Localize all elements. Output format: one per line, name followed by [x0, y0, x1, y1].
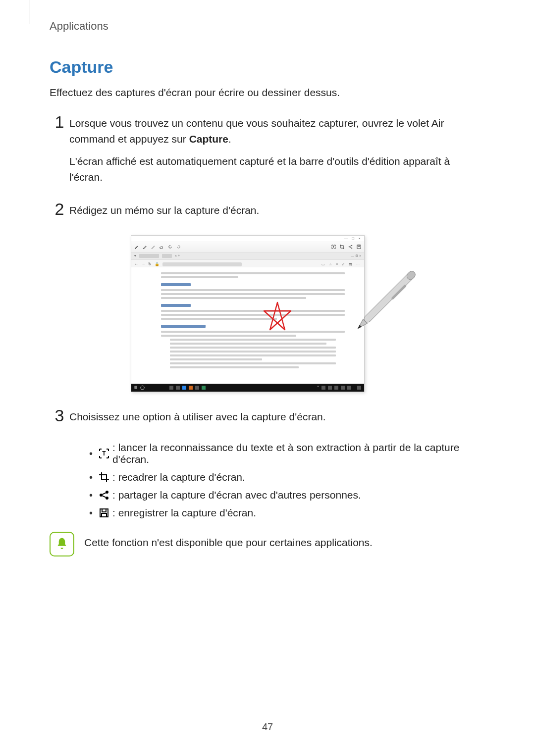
svg-point-14 — [106, 497, 108, 500]
options-list: T : lancer la reconnaissance du texte et… — [69, 442, 485, 519]
highlighter-icon — [151, 245, 156, 249]
step-number: 1 — [50, 113, 69, 130]
step-1: 1 Lorsque vous trouvez un contenu que vo… — [50, 113, 485, 192]
option-save: : enregistrer la capture d'écran. — [89, 507, 485, 519]
taskbar: ⊞ ◯ ˄ — [131, 384, 364, 392]
step-3: 3 Choisissez une option à utiliser avec … — [50, 407, 485, 432]
note-text: Cette fonction n'est disponible que pour… — [84, 532, 373, 549]
text-extract-icon — [331, 245, 336, 249]
save-icon — [357, 245, 361, 249]
start-icon: ⊞ — [134, 385, 138, 390]
cortana-icon: ◯ — [140, 385, 145, 390]
svg-rect-17 — [102, 513, 107, 517]
step1-p1: Lorsque vous trouvez un contenu que vous… — [69, 115, 485, 147]
undo-icon — [168, 245, 172, 249]
svg-point-12 — [106, 491, 108, 494]
step-number: 2 — [50, 201, 69, 217]
illustration: — □ × ▾ — [50, 235, 485, 392]
save-icon — [99, 507, 109, 518]
screenshot-body: — □ × ▾ — [131, 235, 365, 392]
step-number: 3 — [50, 407, 69, 424]
page-number: 47 — [0, 721, 535, 733]
step2-text: Rédigez un mémo sur la capture d'écran. — [69, 202, 259, 218]
crop-icon — [99, 472, 109, 483]
browser-tabbar: ▾ × + — ⚙ × — [131, 252, 364, 260]
svg-text:T: T — [102, 450, 106, 457]
svg-rect-4 — [357, 245, 361, 249]
browser-content — [131, 267, 364, 384]
svg-rect-5 — [358, 245, 360, 247]
option-extract-text: T : lancer la reconnaissance du texte et… — [89, 442, 485, 465]
eraser-icon — [160, 245, 164, 249]
step1-p2: L'écran affiché est automatiquement capt… — [69, 153, 485, 185]
window-titlebar: — □ × — [131, 236, 364, 242]
share-icon — [348, 245, 353, 249]
stylus-pen-icon — [337, 255, 431, 349]
option-share: : partager la capture d'écran avec d'aut… — [89, 489, 485, 501]
step-2: 2 Rédigez un mémo sur la capture d'écran… — [50, 201, 485, 225]
capture-toolbar — [131, 242, 364, 252]
pen-black-icon — [134, 245, 139, 249]
crop-icon — [340, 245, 344, 249]
redo-icon — [176, 245, 181, 249]
share-icon — [99, 490, 109, 501]
breadcrumb: Applications — [50, 20, 485, 33]
page-title: Capture — [50, 57, 485, 77]
svg-rect-0 — [160, 247, 162, 249]
pen-outline-icon — [143, 245, 147, 249]
note-callout: Cette fonction n'est disponible que pour… — [50, 532, 485, 556]
step3-lead: Choisissez une option à utiliser avec la… — [69, 409, 326, 425]
window-controls: — □ × — [344, 236, 362, 241]
intro-text: Effectuez des captures d'écran pour écri… — [50, 87, 485, 99]
option-crop: : recadrer la capture d'écran. — [89, 471, 485, 483]
note-bell-icon — [50, 532, 74, 556]
text-extract-icon: T — [99, 448, 109, 459]
svg-point-13 — [100, 494, 103, 497]
svg-rect-16 — [102, 509, 106, 512]
